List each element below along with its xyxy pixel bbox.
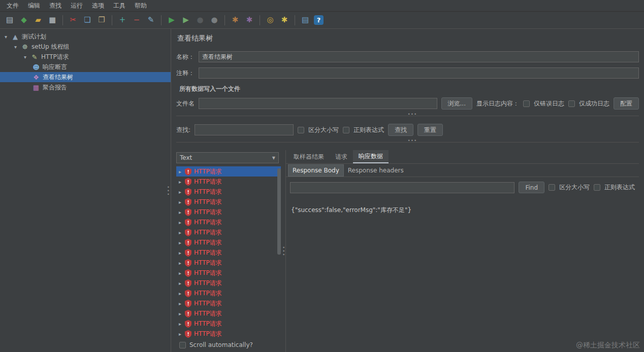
- response-find-button[interactable]: Find: [519, 182, 544, 193]
- clear-all-icon[interactable]: ✱: [244, 15, 255, 26]
- result-item[interactable]: ▸ ! HTTP请求: [176, 298, 281, 308]
- response-case-checkbox[interactable]: [549, 184, 555, 191]
- menu-item[interactable]: 运行: [66, 0, 87, 12]
- search-find-button[interactable]: 查找: [388, 124, 413, 136]
- result-item[interactable]: ▸ ! HTTP请求: [176, 258, 281, 268]
- result-item[interactable]: ▸ ! HTTP请求: [176, 319, 281, 329]
- chevron-right-icon[interactable]: ▸: [177, 280, 183, 286]
- result-item[interactable]: ▸ ! HTTP请求: [176, 217, 281, 227]
- errors-only-checkbox[interactable]: [523, 100, 530, 107]
- chevron-right-icon[interactable]: ▸: [177, 291, 183, 296]
- tree-item-setup-thread-group[interactable]: ▾ ☸ setUp 线程组: [0, 42, 171, 52]
- menu-item[interactable]: 查找: [45, 0, 66, 12]
- chevron-down-icon[interactable]: ▾: [3, 34, 9, 40]
- help-icon[interactable]: ?: [314, 15, 324, 25]
- paste-icon[interactable]: ❐: [96, 15, 107, 26]
- result-item[interactable]: ▸ ! HTTP请求: [176, 288, 281, 298]
- menu-item[interactable]: 文件: [2, 0, 23, 12]
- save-icon[interactable]: ■: [47, 15, 58, 26]
- result-item[interactable]: ▸ ! HTTP请求: [176, 278, 281, 288]
- configure-button[interactable]: 配置: [614, 97, 639, 110]
- menu-item[interactable]: 工具: [109, 0, 130, 12]
- subtab-response-body[interactable]: Response Body: [288, 164, 344, 177]
- result-item[interactable]: ▸ ! HTTP请求: [176, 308, 281, 319]
- templates-icon[interactable]: ◆: [18, 15, 29, 26]
- svg-text:!: !: [187, 250, 189, 255]
- tree-item-test-plan[interactable]: ▾ ▲ 测试计划: [0, 31, 171, 42]
- cut-icon[interactable]: ✂: [68, 15, 79, 26]
- start-no-pauses-icon[interactable]: ▶: [180, 15, 191, 26]
- name-input[interactable]: [199, 51, 639, 62]
- chevron-right-icon[interactable]: ▸: [177, 230, 183, 235]
- menu-item[interactable]: 编辑: [23, 0, 45, 12]
- response-regex-checkbox[interactable]: [594, 184, 600, 191]
- result-item[interactable]: ▸ ! HTTP请求: [176, 166, 281, 177]
- view-mode-select[interactable]: Text ▼: [176, 152, 279, 163]
- chevron-right-icon[interactable]: ▸: [177, 220, 183, 225]
- function-helper-icon[interactable]: ▤: [300, 15, 311, 26]
- tab-response-data[interactable]: 响应数据: [353, 150, 389, 163]
- clear-search-icon[interactable]: ✱: [279, 15, 290, 26]
- search-input[interactable]: [195, 124, 294, 135]
- shutdown-icon[interactable]: ●: [209, 15, 220, 26]
- chevron-right-icon[interactable]: ▸: [177, 321, 183, 327]
- browse-button[interactable]: 浏览...: [441, 97, 472, 110]
- clear-icon[interactable]: ✱: [230, 15, 241, 26]
- result-item[interactable]: ▸ ! HTTP请求: [176, 197, 281, 207]
- search-icon[interactable]: ◎: [265, 15, 276, 26]
- tree-item-response-assertion[interactable]: ☻ 响应断言: [0, 62, 171, 72]
- chevron-right-icon[interactable]: ▸: [177, 270, 183, 276]
- chevron-right-icon[interactable]: ▸: [177, 199, 183, 205]
- search-reset-button[interactable]: 重置: [417, 124, 443, 136]
- horizontal-splitter[interactable]: [176, 116, 639, 121]
- tree-item-http-request[interactable]: ▾ ✎ HTTP请求: [0, 52, 171, 62]
- subtab-response-headers[interactable]: Response headers: [344, 165, 408, 176]
- result-item[interactable]: ▸ ! HTTP请求: [176, 207, 281, 217]
- search-case-checkbox[interactable]: [298, 127, 304, 133]
- result-item[interactable]: ▸ ! HTTP请求: [176, 248, 281, 258]
- chevron-right-icon[interactable]: ▸: [177, 301, 183, 306]
- chevron-right-icon[interactable]: ▸: [177, 189, 183, 195]
- comment-input[interactable]: [199, 67, 639, 79]
- chevron-right-icon[interactable]: ▸: [177, 209, 183, 215]
- chevron-down-icon[interactable]: ▾: [13, 44, 18, 50]
- remove-icon[interactable]: −: [131, 15, 142, 26]
- filename-input[interactable]: [199, 98, 437, 109]
- scroll-automatically-checkbox[interactable]: [179, 342, 186, 348]
- results-scrollbar[interactable]: [277, 168, 281, 337]
- menu-item[interactable]: 帮助: [130, 0, 151, 12]
- start-icon[interactable]: ▶: [166, 15, 177, 26]
- result-item[interactable]: ▸ ! HTTP请求: [176, 187, 281, 197]
- result-item[interactable]: ▸ ! HTTP请求: [176, 177, 281, 187]
- copy-icon[interactable]: ❏: [82, 15, 93, 26]
- chevron-right-icon[interactable]: ▸: [177, 240, 183, 245]
- horizontal-splitter[interactable]: [176, 142, 639, 147]
- tree-item-view-results-tree[interactable]: ❖ 查看结果树: [0, 72, 171, 82]
- vertical-splitter[interactable]: [281, 150, 285, 352]
- chevron-right-icon[interactable]: ▸: [177, 260, 183, 266]
- menu-item[interactable]: 选项: [87, 0, 109, 12]
- chevron-down-icon[interactable]: ▾: [22, 54, 28, 60]
- result-item[interactable]: ▸ ! HTTP请求: [176, 227, 281, 237]
- scrollbar-thumb[interactable]: [277, 168, 281, 255]
- search-regex-checkbox[interactable]: [343, 127, 349, 133]
- result-item[interactable]: ▸ ! HTTP请求: [176, 237, 281, 248]
- tab-request[interactable]: 请求: [330, 150, 353, 163]
- status-shield-icon: !: [185, 228, 192, 236]
- tree-item-aggregate-report[interactable]: ▦ 聚合报告: [0, 82, 171, 92]
- add-icon[interactable]: +: [117, 15, 128, 26]
- chevron-right-icon[interactable]: ▸: [177, 250, 183, 256]
- result-item[interactable]: ▸ ! HTTP请求: [176, 268, 281, 278]
- success-only-checkbox[interactable]: [568, 100, 575, 107]
- result-item[interactable]: ▸ ! HTTP请求: [176, 329, 281, 338]
- response-search-input[interactable]: [290, 182, 514, 193]
- chevron-right-icon[interactable]: ▸: [177, 179, 183, 185]
- chevron-right-icon[interactable]: ▸: [177, 311, 183, 316]
- new-file-icon[interactable]: ▤: [4, 15, 15, 26]
- chevron-right-icon[interactable]: ▸: [177, 331, 183, 337]
- tab-sampler-result[interactable]: 取样器结果: [288, 150, 330, 163]
- stop-icon[interactable]: ●: [195, 15, 206, 26]
- open-file-icon[interactable]: ▰: [33, 15, 44, 26]
- toggle-icon[interactable]: ✎: [145, 15, 156, 26]
- chevron-right-icon[interactable]: ▸: [177, 169, 183, 174]
